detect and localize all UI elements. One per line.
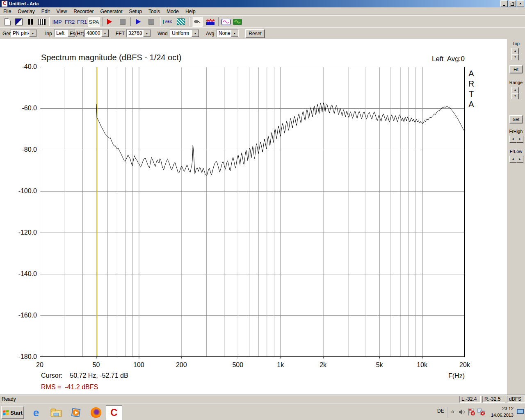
arrow-left-icon[interactable]: ◄: [509, 136, 516, 143]
left-level-indicator: L:-32.4: [459, 396, 481, 403]
clock-date: 14.06.2013: [486, 412, 514, 418]
color-scheme-icon: [15, 18, 23, 25]
grid-icon: [38, 19, 46, 25]
compensation-button[interactable]: [176, 17, 186, 27]
x-axis-tick-label: 200: [170, 361, 193, 369]
file-explorer-icon: [50, 408, 62, 418]
menu-recorder[interactable]: Recorder: [70, 8, 97, 15]
fft-value: 32768: [127, 30, 143, 37]
menu-overlay[interactable]: Overlay: [14, 8, 38, 15]
fs-value: 48000: [85, 30, 101, 37]
security-alert-icon[interactable]: [468, 408, 475, 417]
arta-watermark-letter: R: [467, 79, 476, 89]
arrow-left-icon[interactable]: ◄: [509, 156, 516, 163]
range-spinner: ▲ ▼: [511, 87, 519, 99]
gen-select[interactable]: PN pink ▼: [11, 29, 37, 37]
spectrum-plot[interactable]: [40, 67, 465, 359]
fft-select[interactable]: 32768 ▼: [126, 29, 151, 37]
chevron-down-icon[interactable]: ▼: [29, 30, 37, 37]
close-button[interactable]: ×: [517, 0, 524, 7]
spin-down-icon[interactable]: ▼: [511, 93, 519, 99]
chevron-down-icon[interactable]: ▼: [101, 30, 109, 37]
tray-clock[interactable]: 23:12 14.06.2013: [486, 405, 514, 418]
reset-button[interactable]: Reset: [245, 29, 265, 38]
toolbar-separator: [189, 17, 189, 26]
menubar: File Overlay Edit View Recorder Generato…: [0, 7, 525, 15]
mode-fr1-label: FR1: [77, 19, 87, 25]
start-button[interactable]: Start: [1, 406, 24, 419]
x-axis-tick-label: 20k: [453, 361, 476, 369]
chevron-down-icon[interactable]: ▼: [143, 30, 151, 37]
spin-up-icon[interactable]: ▲: [511, 48, 519, 54]
media-player-icon: [70, 407, 82, 418]
mode-imp-button[interactable]: IMP: [51, 17, 63, 27]
language-indicator[interactable]: DE: [437, 408, 444, 414]
arrow-right-icon[interactable]: ►: [516, 136, 523, 143]
internet-explorer-launcher[interactable]: e: [30, 406, 42, 419]
menu-file[interactable]: File: [0, 8, 14, 15]
arrow-right-icon[interactable]: ►: [516, 156, 523, 163]
menu-setup[interactable]: Setup: [126, 8, 145, 15]
menu-tools[interactable]: Tools: [145, 8, 163, 15]
titlebar: C Untitled - Arta ×: [0, 0, 525, 7]
volume-icon[interactable]: [459, 409, 466, 417]
record-start-button[interactable]: [104, 17, 115, 27]
channel-average-info: Left Avg:0: [383, 55, 465, 63]
minimize-button[interactable]: [500, 0, 508, 7]
play-stop-button[interactable]: [146, 17, 157, 27]
annotation-button[interactable]: ABC: [162, 17, 173, 27]
tray-divider: [447, 407, 448, 418]
mode-fr2-button[interactable]: FR2: [64, 17, 76, 27]
menu-edit[interactable]: Edit: [38, 8, 53, 15]
restore-button[interactable]: [509, 0, 516, 7]
avg-select[interactable]: None ▼: [217, 29, 239, 37]
waveform-view-button[interactable]: [205, 17, 216, 27]
expand-chevron-icon[interactable]: »: [451, 409, 454, 415]
chevron-down-icon[interactable]: ▼: [231, 30, 238, 37]
pen-width-button[interactable]: [25, 17, 36, 27]
color-scheme-button[interactable]: [14, 17, 24, 27]
fr-low-stepper: ◄ ►: [509, 156, 523, 163]
set-button[interactable]: Set: [509, 115, 523, 123]
sine-generator-button[interactable]: [221, 17, 231, 27]
y-axis-tick-label: -100.0: [0, 187, 37, 195]
clock-time: 23:12: [486, 405, 514, 412]
x-axis-tick-label: 500: [226, 361, 249, 369]
play-stop-icon: [148, 19, 154, 25]
fit-button[interactable]: Fit: [509, 65, 523, 73]
microphone-button[interactable]: [192, 17, 203, 27]
media-player-launcher[interactable]: [70, 406, 82, 419]
show-desktop-icon[interactable]: [517, 409, 524, 416]
record-stop-icon: [120, 19, 126, 25]
spin-down-icon[interactable]: ▼: [511, 54, 519, 60]
mode-fr1-button[interactable]: FR1: [76, 17, 88, 27]
x-axis-tick-label: 1k: [269, 361, 292, 369]
taskbar: Start e C DE »: [0, 404, 525, 420]
range-label: Range: [507, 80, 525, 85]
chevron-down-icon[interactable]: ▼: [192, 30, 199, 37]
pen-width-icon: [28, 19, 33, 25]
sine-pink-icon: [221, 19, 231, 25]
menu-mode[interactable]: Mode: [163, 8, 182, 15]
wnd-select[interactable]: Uniform ▼: [170, 29, 199, 37]
new-file-button[interactable]: [2, 17, 13, 27]
arta-taskbar-button[interactable]: C: [106, 405, 122, 420]
signal-generator-button[interactable]: [232, 17, 243, 27]
fs-select[interactable]: 48000 ▼: [84, 29, 109, 37]
fr-high-stepper: ◄ ►: [509, 136, 523, 143]
mode-spa-button[interactable]: SPA: [88, 17, 100, 27]
inp-label: Inp: [45, 31, 52, 37]
menu-generator[interactable]: Generator: [97, 8, 126, 15]
restore-icon: [511, 3, 514, 6]
network-disconnected-icon[interactable]: [477, 408, 485, 417]
record-stop-button[interactable]: [117, 17, 128, 27]
grid-setup-button[interactable]: [37, 17, 47, 27]
play-start-button[interactable]: [133, 17, 144, 27]
firefox-launcher[interactable]: [90, 406, 102, 419]
main-toolbar: IMP FR2 FR1 SPA ABC: [0, 15, 525, 28]
spin-up-icon[interactable]: ▲: [511, 87, 519, 93]
avg-label: Avg: [206, 31, 214, 37]
menu-help[interactable]: Help: [182, 8, 199, 15]
file-explorer-launcher[interactable]: [50, 406, 62, 419]
menu-view[interactable]: View: [53, 8, 70, 15]
